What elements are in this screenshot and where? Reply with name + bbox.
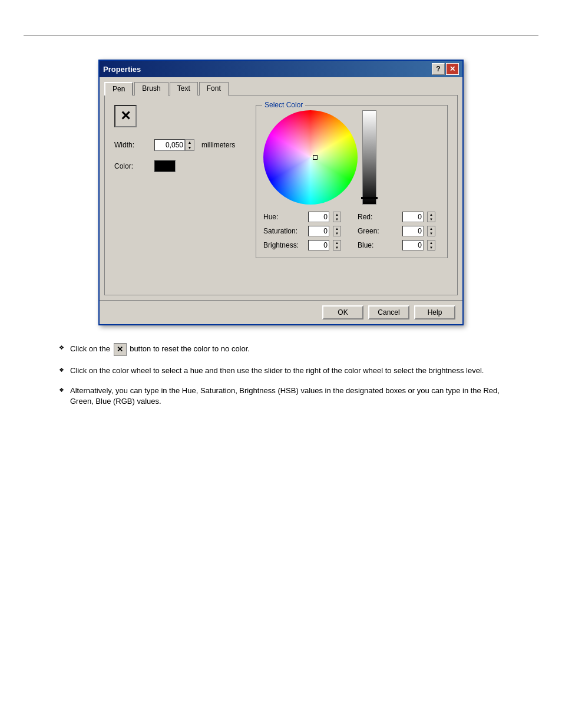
tab-bar: Pen Brush Text Font xyxy=(104,82,458,95)
hue-spin-down[interactable]: ▼ xyxy=(333,217,340,222)
blue-spin-down[interactable]: ▼ xyxy=(428,245,435,250)
brightness-bar[interactable] xyxy=(362,110,376,205)
page: Properties ? ✕ Pen Brush Text Font xyxy=(0,35,562,728)
blue-spin-up[interactable]: ▲ xyxy=(428,241,435,245)
brightness-label: Brightness: xyxy=(263,241,305,249)
green-input[interactable] xyxy=(402,226,424,236)
color-wheel-container[interactable] xyxy=(263,110,358,205)
bullet-diamond-3: ❖ xyxy=(59,387,64,393)
width-row: Width: ▲ ▼ millimeters xyxy=(114,139,244,151)
width-spin-arrows: ▲ ▼ xyxy=(185,139,194,151)
left-panel: ✕ Width: ▲ ▼ xyxy=(114,105,244,258)
tab-pen[interactable]: Pen xyxy=(104,82,133,95)
properties-dialog: Properties ? ✕ Pen Brush Text Font xyxy=(98,60,464,325)
blue-input[interactable] xyxy=(402,240,424,251)
top-divider xyxy=(24,35,538,36)
green-spin-down[interactable]: ▼ xyxy=(428,231,435,236)
dialog-titlebar: Properties ? ✕ xyxy=(100,61,462,77)
dialog-title: Properties xyxy=(103,65,141,74)
bullet-diamond-1: ❖ xyxy=(59,344,64,351)
hue-input[interactable] xyxy=(308,212,329,222)
dialog-footer: OK Cancel Help xyxy=(100,300,462,324)
red-label: Red: xyxy=(358,213,399,221)
tab-content: ✕ Width: ▲ ▼ xyxy=(104,95,458,295)
saturation-spin-arrows: ▲ ▼ xyxy=(333,226,341,236)
bullet-item-2: ❖ Click on the color wheel to select a h… xyxy=(59,365,503,376)
width-spinbox: ▲ ▼ xyxy=(154,139,194,151)
dialog-body: Pen Brush Text Font ✕ Width: xyxy=(100,77,462,300)
brightness-cursor xyxy=(361,197,378,199)
brightness-input[interactable] xyxy=(308,240,329,251)
hue-label: Hue: xyxy=(263,213,305,221)
bullet-item-1: ❖ Click on the ✕ button to reset the col… xyxy=(59,343,503,356)
red-row: Red: ▲ ▼ xyxy=(358,212,440,222)
dialog-help-button[interactable]: ? xyxy=(432,63,445,75)
red-spin-down[interactable]: ▼ xyxy=(428,217,435,222)
red-spin-up[interactable]: ▲ xyxy=(428,212,435,217)
bullet-text-2: Click on the color wheel to select a hue… xyxy=(70,365,484,376)
bullet-text-1: Click on the ✕ button to reset the color… xyxy=(70,343,250,356)
no-color-button[interactable]: ✕ xyxy=(114,105,137,127)
brightness-spin-down[interactable]: ▼ xyxy=(333,245,340,250)
green-label: Green: xyxy=(358,227,399,235)
dialog-close-button[interactable]: ✕ xyxy=(446,63,459,75)
blue-label: Blue: xyxy=(358,241,399,249)
green-row: Green: ▲ ▼ xyxy=(358,226,440,236)
width-spin-up[interactable]: ▲ xyxy=(186,140,194,145)
right-panel: Select Color xyxy=(256,105,448,258)
select-color-legend: Select Color xyxy=(262,101,305,109)
saturation-row: Saturation: ▲ ▼ xyxy=(263,226,346,236)
red-spin-arrows: ▲ ▼ xyxy=(427,212,435,222)
width-input[interactable] xyxy=(154,139,185,151)
color-row: Color: xyxy=(114,160,244,172)
help-button[interactable]: Help xyxy=(414,305,455,319)
select-color-group: Select Color xyxy=(256,105,448,258)
dialog-area: Properties ? ✕ Pen Brush Text Font xyxy=(0,60,562,325)
saturation-spin-down[interactable]: ▼ xyxy=(333,231,340,236)
hue-spin-arrows: ▲ ▼ xyxy=(333,212,341,222)
width-unit: millimeters xyxy=(201,141,235,149)
saturation-label: Saturation: xyxy=(263,227,305,235)
brightness-row: Brightness: ▲ ▼ xyxy=(263,240,346,251)
hue-row: Hue: ▲ ▼ xyxy=(263,212,346,222)
tab-text[interactable]: Text xyxy=(170,82,198,95)
blue-row: Blue: ▲ ▼ xyxy=(358,240,440,251)
bullet-item-3: ❖ Alternatively, you can type in the Hue… xyxy=(59,386,503,407)
cancel-button[interactable]: Cancel xyxy=(368,305,409,319)
color-wheel[interactable] xyxy=(263,110,358,205)
bullets-area: ❖ Click on the ✕ button to reset the col… xyxy=(59,343,503,407)
content-row: ✕ Width: ▲ ▼ xyxy=(114,105,448,258)
ok-button[interactable]: OK xyxy=(322,305,363,319)
hue-spin-up[interactable]: ▲ xyxy=(333,212,340,217)
width-label: Width: xyxy=(114,141,150,149)
color-label: Color: xyxy=(114,162,150,170)
no-color-icon-inline: ✕ xyxy=(114,343,127,356)
tab-font[interactable]: Font xyxy=(199,82,229,95)
brightness-spin-arrows: ▲ ▼ xyxy=(333,240,341,251)
color-fields: Hue: ▲ ▼ Red: xyxy=(263,212,440,251)
bullet-diamond-2: ❖ xyxy=(59,367,64,373)
bullet-text-3: Alternatively, you can type in the Hue, … xyxy=(70,386,503,407)
red-input[interactable] xyxy=(402,212,424,222)
dialog-controls: ? ✕ xyxy=(432,63,459,75)
green-spin-arrows: ▲ ▼ xyxy=(427,226,435,236)
width-spin-down[interactable]: ▼ xyxy=(186,145,194,150)
saturation-spin-up[interactable]: ▲ xyxy=(333,226,340,231)
brightness-spin-up[interactable]: ▲ xyxy=(333,241,340,245)
color-swatch[interactable] xyxy=(154,160,176,172)
saturation-input[interactable] xyxy=(308,226,329,236)
green-spin-up[interactable]: ▲ xyxy=(428,226,435,231)
color-cursor xyxy=(313,155,318,160)
color-picker-row xyxy=(263,110,440,205)
blue-spin-arrows: ▲ ▼ xyxy=(427,240,435,251)
tab-brush[interactable]: Brush xyxy=(134,82,168,95)
